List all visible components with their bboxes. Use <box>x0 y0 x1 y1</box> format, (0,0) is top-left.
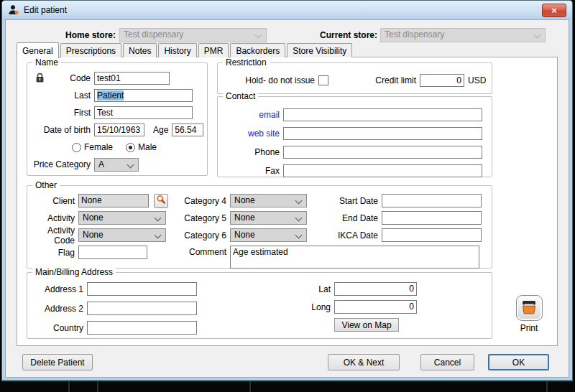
category6-value: None <box>234 230 255 240</box>
ikca-date-input[interactable] <box>382 228 482 242</box>
ok-next-button[interactable]: OK & Next <box>328 354 400 370</box>
current-store-value: Test dispensary <box>385 29 444 39</box>
email-link[interactable]: email <box>218 110 280 120</box>
address1-label: Address 1 <box>27 284 83 294</box>
chevron-down-icon <box>295 232 303 239</box>
price-category-select[interactable]: A <box>94 158 139 172</box>
ok-button[interactable]: OK <box>488 354 549 370</box>
first-name-label: First <box>27 108 91 118</box>
cancel-button[interactable]: Cancel <box>420 354 474 370</box>
edit-patient-window: Edit patient × Home store: Test dispensa… <box>1 0 573 381</box>
end-date-input[interactable] <box>382 211 482 225</box>
currency-label: USD <box>468 75 486 85</box>
current-store-select[interactable]: Test dispensary <box>380 28 546 42</box>
tab-prescriptions[interactable]: Prescriptions <box>60 43 121 57</box>
dob-label: Date of birth <box>27 125 91 135</box>
activity-code-value: None <box>83 230 104 240</box>
male-radio[interactable] <box>126 143 135 152</box>
country-label: Country <box>27 323 83 333</box>
comment-label: Comment <box>164 247 226 257</box>
restriction-group-legend: Restriction <box>223 57 270 67</box>
address2-input[interactable] <box>87 302 197 315</box>
start-date-label: Start Date <box>315 196 378 206</box>
price-category-value: A <box>98 159 104 169</box>
lat-label: Lat <box>279 284 331 294</box>
credit-limit-label: Credit limit <box>372 75 416 85</box>
category6-select[interactable]: None <box>230 228 307 242</box>
hold-label: Hold- do not issue <box>218 75 315 85</box>
activity-label: Activity <box>27 213 75 223</box>
taskbar-divider <box>97 381 98 392</box>
long-input[interactable]: 0 <box>334 300 417 314</box>
category5-select[interactable]: None <box>230 211 307 225</box>
address2-label: Address 2 <box>27 304 83 314</box>
address-group-legend: Main/Billing Address <box>32 267 116 277</box>
view-on-map-button[interactable]: View on Map <box>334 318 399 332</box>
patient-icon <box>8 4 19 16</box>
country-input[interactable] <box>87 321 197 335</box>
home-store-select[interactable]: Test dispensary <box>119 28 267 42</box>
phone-input[interactable] <box>283 146 482 159</box>
comment-input[interactable]: Age estimated <box>230 246 479 269</box>
print-label: Print <box>508 323 550 333</box>
tab-pmr[interactable]: PMR <box>198 43 229 57</box>
other-group-legend: Other <box>32 180 60 190</box>
chevron-down-icon <box>127 161 134 168</box>
last-name-input[interactable]: Patient <box>94 89 193 102</box>
tab-notes[interactable]: Notes <box>123 43 157 57</box>
client-label: Client <box>27 196 75 206</box>
price-category-label: Price Category <box>27 159 91 169</box>
close-button[interactable]: × <box>542 4 566 17</box>
chevron-down-icon <box>534 32 541 39</box>
address1-input[interactable] <box>87 282 197 296</box>
chevron-down-icon <box>295 215 303 222</box>
current-store-label: Current store: <box>279 30 377 40</box>
website-link[interactable]: web site <box>218 129 280 139</box>
name-group: Name Code test01 Last <box>27 62 208 176</box>
taskbar-divider <box>249 381 251 392</box>
tab-store-visibility[interactable]: Store Visibility <box>287 43 352 57</box>
lat-input[interactable]: 0 <box>334 282 417 296</box>
dialog-body: Home store: Test dispensary Current stor… <box>5 19 569 378</box>
tab-history[interactable]: History <box>158 43 196 57</box>
long-label: Long <box>279 302 331 312</box>
window-title: Edit patient <box>24 5 67 15</box>
taskbar-strip <box>0 381 575 392</box>
flag-label: Flag <box>27 248 75 258</box>
credit-limit-input[interactable]: 0 <box>420 74 464 87</box>
printer-icon <box>520 299 538 317</box>
delete-patient-button[interactable]: Delete Patient <box>22 354 93 370</box>
last-name-label: Last <box>27 90 91 101</box>
age-input[interactable]: 56.54 <box>172 123 203 136</box>
close-icon: × <box>551 5 557 16</box>
fax-label: Fax <box>218 166 280 176</box>
activity-select[interactable]: None <box>78 211 166 225</box>
code-input[interactable]: test01 <box>94 72 170 85</box>
first-name-input[interactable]: Test <box>94 106 193 119</box>
start-date-input[interactable] <box>382 194 482 207</box>
client-input[interactable]: None <box>78 194 149 207</box>
print-button[interactable] <box>516 295 543 321</box>
fax-input[interactable] <box>283 164 482 177</box>
email-input[interactable] <box>283 108 482 121</box>
flag-input[interactable] <box>78 246 147 259</box>
female-radio[interactable] <box>72 143 81 152</box>
tab-backorders[interactable]: Backorders <box>230 43 285 57</box>
lock-icon <box>35 73 45 85</box>
end-date-label: End Date <box>315 213 378 223</box>
activity-code-select[interactable]: None <box>78 228 166 242</box>
hold-checkbox[interactable] <box>318 75 328 85</box>
tab-panel-general: Name Code test01 Last <box>17 57 558 346</box>
category6-label: Category 6 <box>164 230 226 241</box>
phone-label: Phone <box>218 147 280 157</box>
male-label: Male <box>138 142 157 152</box>
category4-select[interactable]: None <box>230 194 307 207</box>
activity-value: None <box>83 213 104 223</box>
tab-general[interactable]: General <box>17 42 59 58</box>
titlebar[interactable]: Edit patient × <box>2 1 572 19</box>
ikca-date-label: IKCA Date <box>315 230 378 241</box>
dob-input[interactable]: 15/10/1963 <box>94 123 144 136</box>
website-input[interactable] <box>283 127 482 140</box>
category5-label: Category 5 <box>164 213 226 223</box>
home-store-value: Test dispensary <box>124 29 183 39</box>
